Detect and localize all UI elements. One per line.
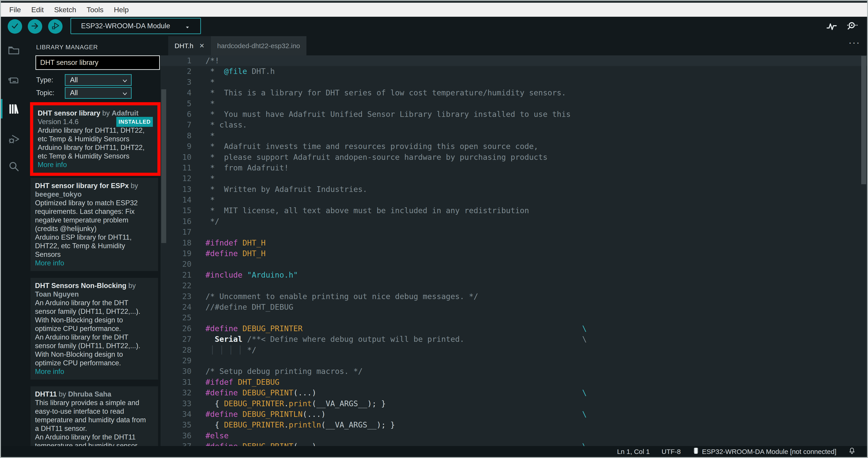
library-entry[interactable]: DHT11 by Dhruba Saha This library provid… bbox=[30, 387, 158, 446]
sidebar-item-search[interactable] bbox=[7, 160, 20, 173]
serial-monitor-icon bbox=[846, 29, 858, 33]
library-entry[interactable]: DHT sensor library by Adafruit Version 1… bbox=[30, 102, 160, 176]
code-line: 22 bbox=[160, 280, 867, 291]
code-token: │ │ │ │ bbox=[206, 345, 247, 354]
line-number: 36 bbox=[160, 430, 191, 441]
code-editor[interactable]: 1/*!2 * @file DHT.h3 *4 * This is a libr… bbox=[160, 55, 867, 446]
line-continuation-backslash: \ bbox=[582, 334, 587, 345]
line-number: 22 bbox=[160, 280, 191, 291]
tab-bar-more-actions[interactable]: ··· bbox=[848, 37, 860, 48]
library-search-input[interactable] bbox=[35, 55, 160, 70]
code-line: 30/* Setup debug printing macros. */ bbox=[160, 366, 867, 377]
editor-tab-hardcoded-dht22-esp32-ino[interactable]: hardcoded-dht22-esp32.ino bbox=[211, 36, 306, 55]
verify-button[interactable] bbox=[8, 19, 22, 34]
code-token: println bbox=[288, 420, 321, 429]
more-info-link[interactable]: More info bbox=[35, 259, 154, 267]
board-selector-value: ESP32-WROOM-DA Module bbox=[81, 22, 170, 30]
sidebar-item-debug[interactable] bbox=[7, 132, 20, 145]
code-token: #include bbox=[206, 270, 243, 279]
library-entry-title: DHT Sensors Non-Blocking by Toan Nguyen bbox=[35, 282, 154, 298]
debug-button[interactable] bbox=[48, 19, 63, 34]
editor-tab-dht-h[interactable]: DHT.h ✕ bbox=[168, 36, 211, 55]
filter-label: Topic: bbox=[36, 89, 65, 97]
menu-item-help[interactable]: Help bbox=[108, 6, 134, 14]
code-line: 12 * bbox=[160, 173, 867, 184]
description-line: With Non-Blocking design to bbox=[35, 316, 154, 324]
description-line: Arduino library for DHT11, DHT22, bbox=[38, 143, 153, 152]
menu-item-file[interactable]: File bbox=[4, 6, 26, 14]
code-line: 2 * @file DHT.h bbox=[160, 66, 867, 77]
more-info-link[interactable]: More info bbox=[35, 367, 154, 376]
menu-item-sketch[interactable]: Sketch bbox=[49, 6, 82, 14]
description-line: sensor family (DHT11, DHT22,...). bbox=[35, 342, 154, 350]
code-token bbox=[243, 270, 247, 279]
code-token: /*! bbox=[206, 56, 219, 65]
library-entry-description: Optimized libray to match ESP32requireme… bbox=[35, 199, 154, 259]
code-line: 37#define DEBUG_PRINT(...)\ bbox=[160, 441, 867, 446]
line-number: 25 bbox=[160, 312, 191, 323]
sidebar-item-library-manager[interactable] bbox=[7, 102, 20, 115]
line-number: 23 bbox=[160, 291, 191, 302]
cursor-position[interactable]: Ln 1, Col 1 bbox=[617, 448, 650, 456]
board-selector-dropdown[interactable]: ESP32-WROOM-DA Module bbox=[70, 18, 201, 34]
code-token: #define bbox=[206, 388, 238, 397]
more-info-link[interactable]: More info bbox=[38, 161, 153, 169]
topic-filter-dropdown[interactable]: All bbox=[65, 87, 132, 99]
library-entry[interactable]: DHT Sensors Non-Blocking by Toan Nguyen … bbox=[30, 278, 158, 379]
line-number: 28 bbox=[160, 345, 191, 355]
code-token: DHT_H bbox=[243, 238, 266, 247]
line-number: 1 bbox=[160, 55, 191, 66]
line-continuation-backslash: \ bbox=[582, 388, 587, 398]
code-token: { bbox=[206, 399, 224, 408]
encoding-indicator[interactable]: UTF-8 bbox=[661, 448, 681, 456]
description-line: a DHT11 sensor. bbox=[35, 424, 154, 433]
toolbar: ESP32-WROOM-DA Module bbox=[1, 17, 867, 36]
menu-item-tools[interactable]: Tools bbox=[82, 6, 109, 14]
line-number: 27 bbox=[160, 334, 191, 345]
code-token bbox=[238, 238, 242, 247]
debug-play-icon bbox=[51, 22, 60, 31]
tab-label: hardcoded-dht22-esp32.ino bbox=[217, 42, 300, 50]
line-number: 2 bbox=[160, 66, 191, 77]
code-token bbox=[238, 442, 242, 446]
line-number: 37 bbox=[160, 441, 191, 446]
menu-item-edit[interactable]: Edit bbox=[26, 6, 49, 14]
description-line: Arduino library for DHT11, DHT22, bbox=[38, 126, 153, 135]
code-token: * bbox=[206, 174, 215, 183]
sidebar-item-boards-manager[interactable] bbox=[7, 74, 20, 87]
serial-monitor-button[interactable] bbox=[846, 20, 858, 33]
window-top-strip bbox=[1, 1, 867, 3]
code-token: ); } bbox=[376, 420, 395, 429]
code-token: #define bbox=[206, 249, 238, 258]
code-token: @file bbox=[224, 67, 247, 76]
editor-scrollbar[interactable] bbox=[861, 56, 866, 184]
sidebar-item-sketchbook[interactable] bbox=[7, 44, 20, 57]
code-token: /* Uncomment to enable printing out nice… bbox=[206, 292, 478, 301]
code-line: 29 bbox=[160, 355, 867, 366]
code-token: /* Setup debug printing macros. */ bbox=[206, 367, 363, 376]
code-line: 14 * bbox=[160, 195, 867, 205]
code-token: (...) bbox=[293, 388, 316, 397]
type-filter-dropdown[interactable]: All bbox=[65, 74, 132, 86]
serial-plotter-button[interactable] bbox=[826, 20, 838, 33]
right-arrow-icon bbox=[30, 22, 39, 31]
library-panel-scrollbar[interactable] bbox=[161, 89, 166, 243]
code-token: ); } bbox=[367, 399, 386, 408]
board-status[interactable]: ESP32-WROOM-DA Module [not connected] bbox=[692, 447, 836, 456]
upload-button[interactable] bbox=[28, 19, 42, 34]
line-number: 31 bbox=[160, 377, 191, 388]
notifications-bell-icon[interactable] bbox=[848, 447, 856, 456]
filter-label: Type: bbox=[36, 76, 65, 84]
code-token: * MIT license, all text above must be in… bbox=[206, 206, 529, 215]
line-number: 35 bbox=[160, 420, 191, 430]
code-line: 10 * please support Adafruit andopen-sou… bbox=[160, 152, 867, 163]
code-token bbox=[206, 335, 215, 344]
panel-title: LIBRARY MANAGER bbox=[36, 44, 98, 51]
close-icon[interactable]: ✕ bbox=[199, 42, 204, 50]
line-continuation-backslash: \ bbox=[582, 441, 587, 446]
code-token: */ bbox=[206, 217, 219, 226]
library-entry[interactable]: DHT sensor library for ESPx by beegee_to… bbox=[30, 178, 158, 271]
line-number: 24 bbox=[160, 302, 191, 312]
code-line: 4 * This is a library for DHT series of … bbox=[160, 87, 867, 98]
code-token: __VA_ARGS__ bbox=[326, 420, 376, 429]
